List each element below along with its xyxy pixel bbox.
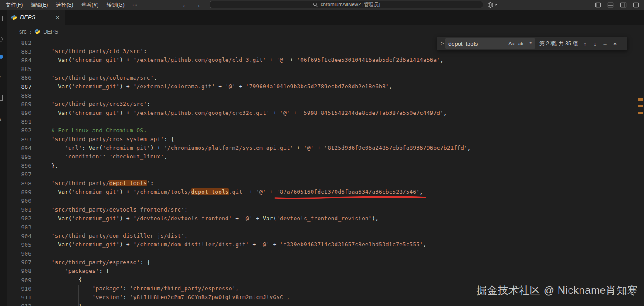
toggle-sidebar-icon[interactable] [594, 1, 602, 9]
line-number[interactable]: 897 [7, 171, 31, 178]
line-number[interactable]: 905 [7, 242, 31, 248]
code-line-900[interactable]: 900 [7, 196, 638, 205]
code-line-907[interactable]: 907 'src/third_party/espresso': { [7, 258, 638, 267]
whole-word-toggle[interactable]: ab [516, 39, 525, 48]
regex-toggle[interactable]: .* [525, 39, 534, 48]
code-line-899[interactable]: 899 Var('chromium_git') + '/chromium/too… [7, 188, 638, 196]
line-number[interactable]: 904 [7, 233, 31, 239]
code-token: ) + [119, 110, 133, 116]
close-find-button[interactable]: × [610, 39, 620, 48]
code-line-887[interactable]: 887 Var('chromium_git') + '/external/col… [7, 82, 638, 91]
code-token: ' [147, 180, 150, 186]
line-number[interactable]: 898 [7, 180, 31, 187]
explorer-icon[interactable] [0, 16, 3, 21]
line-number[interactable]: 909 [7, 277, 31, 283]
code-line-894[interactable]: 894 'url': Var('chromium_git') + '/chrom… [7, 144, 638, 152]
breadcrumb-item-deps[interactable]: DEPS [43, 29, 58, 35]
line-number[interactable]: 903 [7, 224, 31, 231]
line-number[interactable]: 892 [7, 127, 31, 134]
code-editor[interactable]: 882883 'src/third_party/cld_3/src':884 V… [7, 38, 644, 306]
code-token: : [123, 294, 130, 300]
find-input[interactable]: depot_tools Aaab.* [445, 38, 535, 49]
code-line-902[interactable]: 902 Var('chromium_git') + '/devtools/dev… [7, 214, 638, 223]
line-number[interactable]: 882 [7, 40, 31, 46]
open-in-browser-button[interactable] [487, 0, 498, 10]
tab-close-button[interactable]: × [54, 13, 61, 21]
code-line-889[interactable]: 889 'src/third_party/crc32c/src': [7, 100, 638, 108]
code-line-886[interactable]: 886 'src/third_party/colorama/src': [7, 74, 638, 82]
code-line-906[interactable]: 906 [7, 249, 638, 258]
line-number[interactable]: 896 [7, 162, 31, 169]
code-text: 'src/third_party/crc32c/src': [31, 100, 150, 108]
code-line-888[interactable]: 888 [7, 91, 638, 100]
back-button[interactable]: ← [182, 2, 188, 8]
code-line-898[interactable]: 898 'src/third_party/depot_tools': [7, 179, 638, 188]
code-text: 'src/third_party/espresso': { [31, 258, 150, 267]
line-number[interactable]: 907 [7, 259, 31, 266]
find-in-selection-button[interactable]: ≡ [600, 39, 610, 48]
menu-selection[interactable]: 选择(S) [52, 0, 77, 10]
code-line-895[interactable]: 895 'condition': 'checkout_linux', [7, 152, 638, 161]
code-line-893[interactable]: 893 'src/third_party/cros_system_api': { [7, 135, 638, 144]
code-line-897[interactable]: 897 [7, 170, 638, 179]
menu-more[interactable]: ··· [129, 0, 142, 10]
line-number[interactable]: 908 [7, 268, 31, 274]
code-line-904[interactable]: 904 'src/third_party/dom_distiller_js/di… [7, 232, 638, 240]
search-icon [313, 2, 318, 7]
code-line-901[interactable]: 901 'src/third_party/devtools-frontend/s… [7, 205, 638, 214]
line-number[interactable]: 912 [7, 303, 31, 306]
code-line-912[interactable]: 912 }, [7, 302, 638, 306]
line-number[interactable]: 906 [7, 250, 31, 257]
line-number[interactable]: 895 [7, 154, 31, 160]
menu-goto[interactable]: 转到(G) [102, 0, 128, 10]
match-case-toggle[interactable]: Aa [507, 39, 516, 48]
customize-layout-icon[interactable] [632, 1, 640, 9]
code-line-903[interactable]: 903 [7, 223, 638, 232]
toggle-panel-icon[interactable] [607, 1, 614, 9]
previous-match-button[interactable]: ↑ [580, 39, 590, 48]
line-number[interactable]: 893 [7, 136, 31, 143]
code-token: : [123, 285, 130, 292]
line-number[interactable]: 910 [7, 286, 31, 292]
forward-button[interactable]: → [195, 2, 200, 8]
line-number[interactable]: 901 [7, 206, 31, 213]
line-number[interactable]: 887 [7, 84, 31, 90]
activity-bar[interactable]: ▷ A [0, 10, 7, 306]
code-token: ( [68, 215, 72, 222]
menu-view[interactable]: 查看(V) [77, 0, 102, 10]
code-line-891[interactable]: 891 [7, 118, 638, 126]
line-number[interactable]: 900 [7, 198, 31, 204]
code-line-885[interactable]: 885 [7, 65, 638, 74]
line-number[interactable]: 883 [7, 48, 31, 55]
line-number[interactable]: 889 [7, 101, 31, 108]
next-match-button[interactable]: ↓ [590, 39, 600, 48]
line-number[interactable]: 888 [7, 92, 31, 99]
menu-file[interactable]: 文件(F) [2, 0, 27, 10]
code-line-884[interactable]: 884 Var('chromium_git') + '/external/git… [7, 56, 638, 64]
line-number[interactable]: 911 [7, 294, 31, 301]
command-center-search[interactable]: chromiumAllNew2 [管理员] [210, 1, 483, 8]
line-number[interactable]: 886 [7, 74, 31, 81]
vertical-scrollbar[interactable] [638, 38, 644, 306]
line-number[interactable]: 899 [7, 189, 31, 195]
line-number[interactable]: 890 [7, 110, 31, 116]
code-line-896[interactable]: 896 }, [7, 161, 638, 170]
testing-icon[interactable]: A [0, 116, 1, 122]
run-debug-icon[interactable]: ▷ [0, 73, 2, 80]
toggle-replace-chevron[interactable]: > [439, 37, 445, 50]
line-number[interactable]: 894 [7, 145, 31, 151]
line-number[interactable]: 885 [7, 66, 31, 72]
menu-edit[interactable]: 编辑(E) [27, 0, 52, 10]
code-line-905[interactable]: 905 Var('chromium_git') + '/chromium/dom… [7, 240, 638, 249]
breadcrumb-item-src[interactable]: src [19, 29, 27, 35]
line-number[interactable]: 891 [7, 118, 31, 125]
code-line-908[interactable]: 908 'packages': [ [7, 267, 638, 276]
extensions-icon[interactable] [0, 95, 3, 101]
search-sidebar-icon[interactable] [0, 37, 3, 42]
code-line-892[interactable]: 892 # For Linux and Chromium OS. [7, 126, 638, 135]
line-number[interactable]: 902 [7, 215, 31, 222]
tab-deps[interactable]: DEPS × [7, 10, 65, 25]
line-number[interactable]: 884 [7, 57, 31, 64]
code-line-890[interactable]: 890 Var('chromium_git') + '/external/git… [7, 109, 638, 118]
toggle-secondary-sidebar-icon[interactable] [619, 1, 627, 9]
